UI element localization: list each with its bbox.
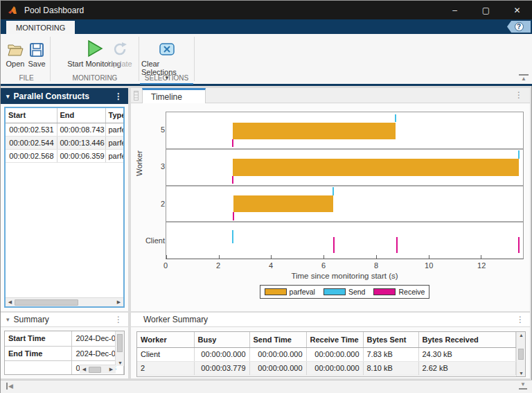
legend-swatch xyxy=(265,288,287,295)
collapse-triangle-icon[interactable]: ▾ xyxy=(6,316,10,323)
legend-item: Send xyxy=(323,288,371,296)
send-mark[interactable] xyxy=(395,114,396,123)
scroll-right-icon[interactable]: ▶ xyxy=(107,367,116,372)
scrollbar-thumb[interactable] xyxy=(15,299,78,306)
x-tick-label: 4 xyxy=(260,261,281,270)
dock-bottom-icon[interactable]: ▼ xyxy=(519,382,527,390)
send-mark[interactable] xyxy=(518,150,520,159)
timeline-plot[interactable] xyxy=(166,112,524,259)
y-tick-label: 2 xyxy=(134,200,165,208)
x-tick-mark xyxy=(429,255,429,259)
panel-menu-icon[interactable]: ⋮ xyxy=(114,91,123,101)
table-row[interactable]: End Time 2024-Dec-02 xyxy=(5,346,124,360)
scroll-left-icon[interactable]: ◀ xyxy=(6,299,15,305)
table-row[interactable]: 00:00:02.531 00:00:08.743 parfeval xyxy=(6,123,125,136)
file-section-label: FILE xyxy=(5,74,48,82)
receive-mark[interactable] xyxy=(396,237,398,252)
refresh-icon xyxy=(112,37,128,58)
vertical-scrollbar[interactable]: ▲ ▼ xyxy=(516,332,525,376)
row-separator xyxy=(166,185,523,186)
table-row[interactable]: 2 00:00:03.779 00:00:00.000 00:00:00.000… xyxy=(137,361,515,375)
chart-legend: parfeval Send Receive xyxy=(166,285,524,299)
close-button[interactable]: ✕ xyxy=(502,1,532,19)
statusbar: ◀ ▼ xyxy=(1,380,532,393)
panel-menu-icon[interactable]: ⋮ xyxy=(515,90,523,100)
panel-menu-icon[interactable]: ⋮ xyxy=(114,315,123,324)
collapse-triangle-icon[interactable]: ▾ xyxy=(6,93,10,100)
titlebar: Pool Dashboard – ▢ ✕ xyxy=(1,1,532,19)
vertical-scrollbar[interactable]: ▼ xyxy=(115,331,124,366)
scrollbar-thumb[interactable] xyxy=(518,349,524,360)
receive-mark[interactable] xyxy=(233,212,234,220)
y-tick-label: 5 xyxy=(134,125,165,134)
x-tick-mark xyxy=(376,255,377,259)
x-tick-label: 6 xyxy=(313,261,334,270)
open-folder-icon xyxy=(7,37,24,58)
horizontal-scrollbar[interactable]: ◀ ▶ xyxy=(6,297,123,306)
worker-summary-panel: Worker Summary ⋮ Worker Busy Send Time R… xyxy=(131,313,530,378)
summary-table[interactable]: Start Time 2024-Dec-02 End Time 2024-Dec… xyxy=(4,331,125,375)
x-tick-mark xyxy=(166,255,167,259)
panel-menu-icon[interactable]: ⋮ xyxy=(516,315,524,324)
dock-left-icon[interactable]: ◀ xyxy=(6,383,13,390)
receive-mark[interactable] xyxy=(232,139,233,148)
scroll-down-icon[interactable]: ▼ xyxy=(517,371,526,376)
horizontal-scrollbar[interactable]: ◀ ▶ xyxy=(80,365,116,374)
parfeval-bar[interactable] xyxy=(233,123,396,139)
help-button[interactable]: ? xyxy=(507,21,531,33)
parfeval-bar[interactable] xyxy=(233,159,519,175)
collapse-ribbon-icon[interactable]: ▲ xyxy=(519,74,529,81)
row-separator xyxy=(166,221,523,222)
summary-header[interactable]: ▾ Summary ⋮ xyxy=(1,313,128,327)
x-tick-mark xyxy=(481,255,481,259)
timeline-tabstrip: Timeline ⋮ xyxy=(131,88,530,103)
scroll-up-icon[interactable]: ▲ xyxy=(517,333,526,338)
row-separator xyxy=(166,148,523,150)
maximize-button[interactable]: ▢ xyxy=(470,1,502,19)
legend-swatch xyxy=(323,288,346,295)
x-tick-label: 10 xyxy=(418,261,439,270)
receive-mark[interactable] xyxy=(232,176,233,184)
table-row[interactable]: Client 00:00:00.000 00:00:00.000 00:00:0… xyxy=(137,347,515,361)
table-row[interactable]: Start Time 2024-Dec-02 xyxy=(5,331,124,346)
parallel-constructs-body: Start End Type 00:00:02.531 00:00:08.743… xyxy=(1,104,128,311)
pool-dashboard-window: Pool Dashboard – ▢ ✕ MONITORING ? Open S… xyxy=(0,0,532,393)
minimize-button[interactable]: – xyxy=(439,1,470,19)
table-row[interactable]: 00:00:02.568 00:00:06.359 parfeval xyxy=(6,149,125,162)
help-icon: ? xyxy=(515,22,524,31)
parfeval-bar[interactable] xyxy=(233,195,333,212)
legend-swatch xyxy=(373,288,396,295)
save-button[interactable]: Save xyxy=(26,37,47,68)
scroll-down-icon[interactable]: ▼ xyxy=(116,360,125,365)
drag-grip-icon[interactable] xyxy=(134,91,139,101)
summary-panel: ▾ Summary ⋮ Start Time 2024-Dec-02 End T… xyxy=(1,313,128,378)
toolbar-section-labels: FILE MONITORING SELECTIONS xyxy=(1,74,532,85)
tab-timeline[interactable]: Timeline xyxy=(142,88,206,103)
receive-mark[interactable] xyxy=(518,237,520,252)
scroll-right-icon[interactable]: ▶ xyxy=(114,299,123,305)
open-button[interactable]: Open xyxy=(5,37,26,68)
worker-summary-header[interactable]: Worker Summary ⋮ xyxy=(131,313,530,327)
ribbon-toolbar: Open Save Start Monitoring Update xyxy=(1,34,532,86)
update-button[interactable]: Update xyxy=(103,37,136,68)
x-axis-label: Time since monitoring start (s) xyxy=(166,272,524,280)
receive-mark[interactable] xyxy=(333,237,335,252)
table-row[interactable]: 00:00:02.544 00:00:13.446 parfeval xyxy=(6,136,125,149)
tab-monitoring[interactable]: MONITORING xyxy=(6,21,75,34)
send-mark[interactable] xyxy=(332,187,334,195)
scroll-left-icon[interactable]: ◀ xyxy=(80,367,89,372)
parallel-constructs-header[interactable]: ▾ Parallel Constructs ⋮ xyxy=(1,88,128,104)
parallel-constructs-table[interactable]: Start End Type 00:00:02.531 00:00:08.743… xyxy=(4,107,125,308)
matlab-logo-icon xyxy=(8,5,19,16)
legend-item: Receive xyxy=(373,288,425,296)
window-title: Pool Dashboard xyxy=(24,6,84,15)
selections-accent-underline xyxy=(140,83,193,85)
scrollbar-thumb[interactable] xyxy=(89,367,101,373)
parallel-constructs-panel: ▾ Parallel Constructs ⋮ Start End Type 0… xyxy=(1,88,128,311)
x-tick-mark xyxy=(323,255,324,259)
send-mark[interactable] xyxy=(232,230,233,243)
worker-summary-table[interactable]: Worker Busy Send Time Receive Time Bytes… xyxy=(136,331,526,377)
x-tick-label: 12 xyxy=(471,261,492,270)
scrollbar-thumb[interactable] xyxy=(117,334,123,352)
y-tick-label: Client xyxy=(134,236,165,245)
